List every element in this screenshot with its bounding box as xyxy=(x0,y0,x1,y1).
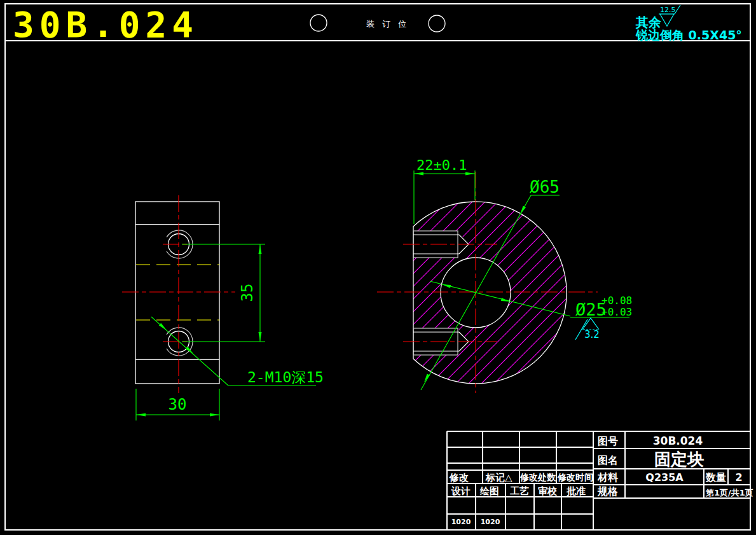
title-block: 图号 30B.024 图名 固定块 材料 Q235A 数量 2 规格 第1页/共… xyxy=(447,431,753,530)
binding-hole-left xyxy=(310,15,327,31)
binding-mark-label: 装 订 位 xyxy=(366,19,409,29)
label-approve: 批准 xyxy=(566,485,586,497)
label-process: 工艺 xyxy=(510,485,529,497)
thread-callout-text: 2-M10深15 xyxy=(247,369,324,386)
label-mark: 标记△ xyxy=(485,472,512,483)
label-quantity: 数量 xyxy=(705,471,726,483)
dim-30-text: 30 xyxy=(168,396,187,413)
label-drawing-name: 图名 xyxy=(598,454,618,466)
dim-35-text: 35 xyxy=(238,284,256,302)
section-hatch xyxy=(413,202,567,384)
dia-25-tol-lower: +0.03 xyxy=(601,306,632,318)
dim-22-text: 22±0.1 xyxy=(416,157,467,173)
header-strip: 30B.024 装 订 位 其余 12.5 锐边倒角 0.5X45° xyxy=(13,4,742,45)
label-draft: 绘图 xyxy=(479,485,499,497)
value-quantity: 2 xyxy=(735,471,742,483)
label-drawing-no: 图号 xyxy=(598,435,618,447)
label-modify: 修改 xyxy=(449,472,469,483)
bore-roughness-symbol: 3.2 xyxy=(575,318,600,340)
label-material: 材料 xyxy=(597,471,619,483)
dia-25-tol-upper: +0.08 xyxy=(601,295,632,307)
value-drawing-no: 30B.024 xyxy=(653,434,703,447)
cad-drawing-canvas[interactable]: 30B.024 装 订 位 其余 12.5 锐边倒角 0.5X45° xyxy=(0,0,756,535)
value-code1: 1020 xyxy=(451,518,471,526)
roughness-32-text: 3.2 xyxy=(584,329,600,340)
label-review: 审校 xyxy=(538,485,558,497)
front-view: 35 30 2-M10深15 xyxy=(122,195,324,420)
drawing-sheet: 30B.024 装 订 位 其余 12.5 锐边倒角 0.5X45° xyxy=(0,0,756,535)
label-modify-date: 修改时间 xyxy=(557,472,593,482)
sheet-border xyxy=(4,4,751,530)
binding-hole-right xyxy=(429,15,445,32)
side-view: 22±0.1 Ø65 Ø25 +0.08 +0.03 xyxy=(377,157,632,393)
edge-chamfer-note: 锐边倒角 0.5X45° xyxy=(635,28,742,42)
label-spec: 规格 xyxy=(597,485,618,497)
dimension-hole-spacing: 35 xyxy=(182,244,265,342)
rest-roughness-value: 12.5 xyxy=(660,6,676,14)
dia-65-text: Ø65 xyxy=(530,177,560,197)
drawing-number-title: 30B.024 xyxy=(13,4,198,45)
dimension-width: 30 xyxy=(136,389,219,420)
value-drawing-name: 固定块 xyxy=(654,450,704,469)
label-modify-count: 修改处数 xyxy=(519,472,556,482)
label-design: 设计 xyxy=(451,485,471,497)
value-material: Q235A xyxy=(645,471,684,483)
thread-callout-leader: 2-M10深15 xyxy=(151,317,324,386)
value-page: 第1页/共1页 xyxy=(705,488,753,497)
value-code2: 1020 xyxy=(481,518,500,526)
